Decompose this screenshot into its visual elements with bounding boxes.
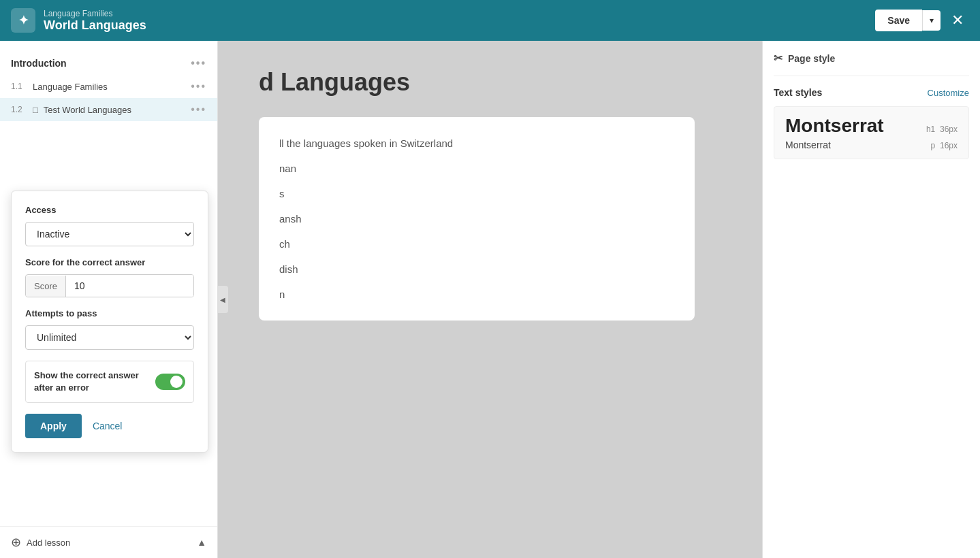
sidebar-footer: ⊕ Add lesson ▲ [0,526,217,558]
sidebar-item-number-2: 1.2 [11,105,27,114]
content-area: d Languages ll the languages spoken in S… [218,41,762,558]
popup-actions: Apply Cancel [25,414,194,438]
toggle-switch[interactable] [155,374,185,390]
list-item: n [279,289,674,300]
right-panel-header: ✂ Page style [774,52,969,76]
add-lesson-button[interactable]: ⊕ Add lesson [11,535,70,550]
sidebar-item-language-families[interactable]: 1.1 Language Families ••• [0,75,217,98]
app-logo: ✦ [11,8,35,33]
score-label: Score for the correct answer [25,257,194,267]
header-titles: Language Families World Languages [44,9,146,33]
content-answer-list: nan s ansh ch dish n [279,163,674,300]
font-p-meta: p 16px [931,141,958,150]
page-title: d Languages [259,68,721,97]
sidebar: Introduction ••• 1.1 Language Families •… [0,41,218,558]
show-correct-answer-row: Show the correct answer after an error [25,361,194,403]
toggle-slider [155,374,185,390]
score-field-label: Score [26,276,66,297]
settings-popup: Access Inactive Active Score for the cor… [11,191,208,453]
header-subtitle: Language Families [44,9,146,18]
test-icon: □ [33,105,38,115]
header-right: Save ▾ ✕ [875,9,969,32]
header-title: World Languages [44,18,146,33]
font-h1-row: Montserrat h1 36px [785,115,958,137]
page-style-icon: ✂ [774,52,783,65]
add-lesson-label: Add lesson [27,538,70,548]
header-left: ✦ Language Families World Languages [11,8,146,33]
list-item: dish [279,263,674,275]
toggle-label: Show the correct answer after an error [34,370,155,394]
list-item: s [279,188,674,199]
apply-button[interactable]: Apply [25,414,82,438]
page-style-label: Page style [788,53,835,64]
close-button[interactable]: ✕ [946,9,969,32]
access-label: Access [25,205,194,215]
cancel-button[interactable]: Cancel [93,421,123,431]
sidebar-toggle-button[interactable]: ◀ [217,286,228,313]
attempts-label: Attempts to pass [25,308,194,318]
list-item: nan [279,163,674,174]
list-item: ch [279,238,674,250]
font-h1-name: Montserrat [785,115,884,137]
font-h1-meta: h1 36px [926,125,958,134]
save-btn-group: Save ▾ [875,10,941,31]
sidebar-item-number-1: 1.1 [11,82,27,91]
customize-link[interactable]: Customize [928,88,969,98]
sidebar-item-menu-2[interactable]: ••• [191,103,206,116]
text-styles-label: Text styles [774,87,822,98]
sidebar-section-menu[interactable]: ••• [191,57,206,69]
content-box: ll the languages spoken in Switzerland n… [259,117,695,321]
sidebar-footer-arrow[interactable]: ▲ [197,537,206,548]
score-input[interactable] [66,275,194,297]
save-button[interactable]: Save [875,10,922,31]
sidebar-section-header: Introduction ••• [0,52,217,75]
sidebar-item-test-world-languages[interactable]: 1.2 □ Test World Languages ••• [0,98,217,121]
add-lesson-icon: ⊕ [11,535,21,550]
text-styles-section: Text styles Customize [774,87,969,98]
list-item: ansh [279,213,674,225]
font-p-name: Montserrat [785,140,831,150]
sidebar-section-label: Introduction [11,58,67,69]
font-p-row: Montserrat p 16px [785,140,958,150]
font-card: Montserrat h1 36px Montserrat p 16px [774,106,969,159]
content-question: ll the languages spoken in Switzerland [279,137,674,149]
header: ✦ Language Families World Languages Save… [0,0,980,41]
content-inner: d Languages ll the languages spoken in S… [218,41,762,348]
main-layout: Introduction ••• 1.1 Language Families •… [0,41,980,558]
sidebar-item-label-1: Language Families [33,82,185,92]
right-panel: ✂ Page style Text styles Customize Monts… [762,41,980,558]
save-dropdown-button[interactable]: ▾ [922,10,941,31]
sidebar-item-label-2: Test World Languages [44,105,185,115]
score-row: Score [25,274,194,297]
sidebar-item-menu-1[interactable]: ••• [191,80,206,93]
attempts-select[interactable]: Unlimited 1 2 3 [25,325,194,350]
access-select[interactable]: Inactive Active [25,222,194,246]
